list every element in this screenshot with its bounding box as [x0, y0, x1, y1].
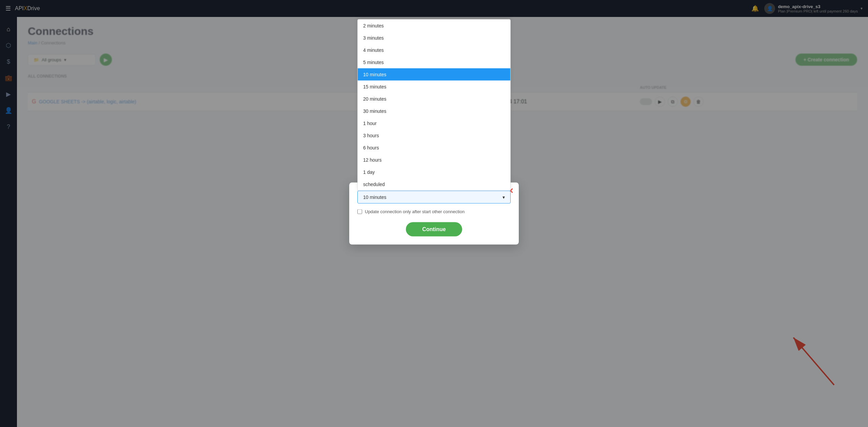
dropdown-item-15min[interactable]: 15 minutes: [358, 81, 510, 93]
dropdown-item-3min[interactable]: 3 minutes: [358, 32, 510, 44]
interval-dropdown: 2 minutes 3 minutes 4 minutes 5 minutes …: [357, 19, 511, 120]
dropdown-item-4min[interactable]: 4 minutes: [358, 44, 510, 56]
dropdown-item-10min[interactable]: 10 minutes: [358, 68, 510, 81]
dropdown-item-5min[interactable]: 5 minutes: [358, 56, 510, 68]
dropdown-item-2min[interactable]: 2 minutes: [358, 20, 510, 32]
dropdown-item-20min[interactable]: 20 minutes: [358, 93, 510, 105]
dropdown-item-30min[interactable]: 30 minutes: [358, 105, 510, 117]
dropdown-item-1hour[interactable]: 1 hour: [358, 117, 510, 120]
